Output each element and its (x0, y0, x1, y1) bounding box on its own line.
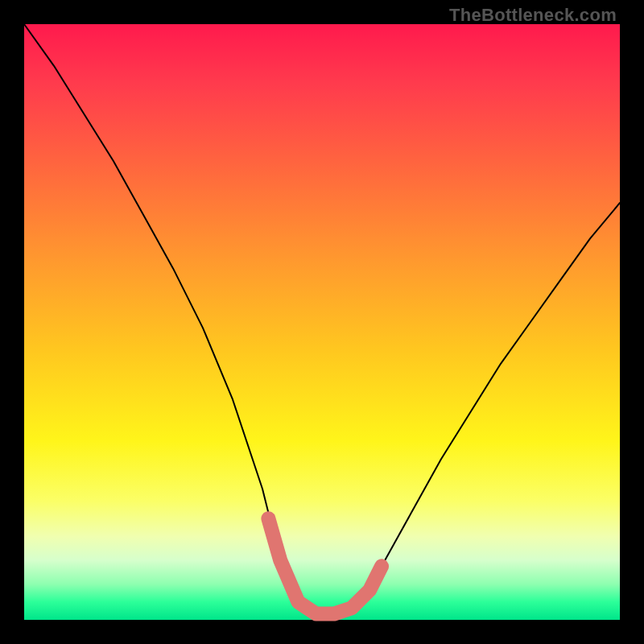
plot-area (24, 24, 620, 620)
bottleneck-curve (24, 24, 620, 614)
watermark-text: TheBottleneck.com (449, 5, 617, 26)
trough-highlight (268, 518, 382, 613)
chart-frame: TheBottleneck.com (0, 0, 644, 644)
chart-svg (24, 24, 620, 620)
